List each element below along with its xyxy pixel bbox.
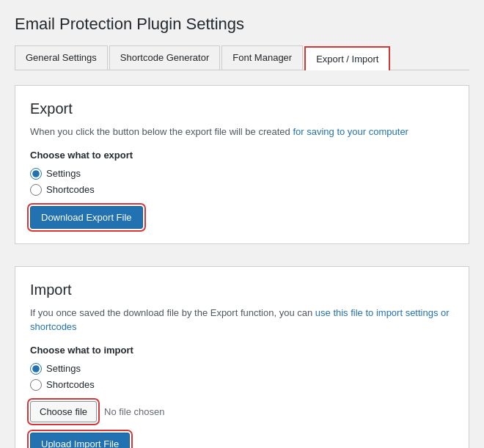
export-section-title: Export	[30, 100, 454, 117]
import-section-title: Import	[30, 282, 454, 298]
import-option-settings[interactable]: Settings	[30, 363, 454, 375]
page-title: Email Protection Plugin Settings	[15, 15, 469, 34]
import-description: If you once saved the download file by t…	[30, 306, 454, 334]
tab-bar: General Settings Shortcode Generator Fon…	[15, 45, 469, 70]
export-option-settings-label: Settings	[46, 168, 81, 179]
export-option-settings[interactable]: Settings	[30, 168, 454, 180]
import-option-shortcodes[interactable]: Shortcodes	[30, 379, 454, 391]
upload-import-button[interactable]: Upload Import File	[30, 433, 130, 449]
import-option-shortcodes-label: Shortcodes	[46, 379, 95, 390]
file-upload-row: Choose file No file chosen	[30, 401, 454, 422]
import-options: Settings Shortcodes	[30, 363, 454, 391]
import-radio-settings[interactable]	[30, 363, 42, 375]
import-option-settings-label: Settings	[46, 363, 81, 374]
export-option-shortcodes[interactable]: Shortcodes	[30, 184, 454, 196]
choose-file-button[interactable]: Choose file	[30, 401, 97, 422]
tab-font-manager[interactable]: Font Manager	[221, 45, 303, 70]
tab-general-settings[interactable]: General Settings	[15, 45, 108, 70]
download-export-button[interactable]: Download Export File	[30, 206, 143, 229]
tab-export-import[interactable]: Export / Import	[304, 46, 390, 70]
file-name-label: No file chosen	[104, 406, 164, 417]
import-subsection-title: Choose what to import	[30, 345, 454, 356]
export-description-link[interactable]: for saving to your computer	[293, 126, 408, 137]
export-subsection-title: Choose what to export	[30, 150, 454, 161]
export-radio-settings[interactable]	[30, 168, 42, 180]
export-radio-shortcodes[interactable]	[30, 184, 42, 196]
export-section: Export When you click the button below t…	[15, 85, 469, 244]
import-section: Import If you once saved the download fi…	[15, 266, 469, 449]
tab-shortcode-generator[interactable]: Shortcode Generator	[109, 45, 220, 70]
export-options: Settings Shortcodes	[30, 168, 454, 196]
export-description: When you click the button below the expo…	[30, 125, 454, 139]
import-radio-shortcodes[interactable]	[30, 379, 42, 391]
export-option-shortcodes-label: Shortcodes	[46, 184, 95, 195]
